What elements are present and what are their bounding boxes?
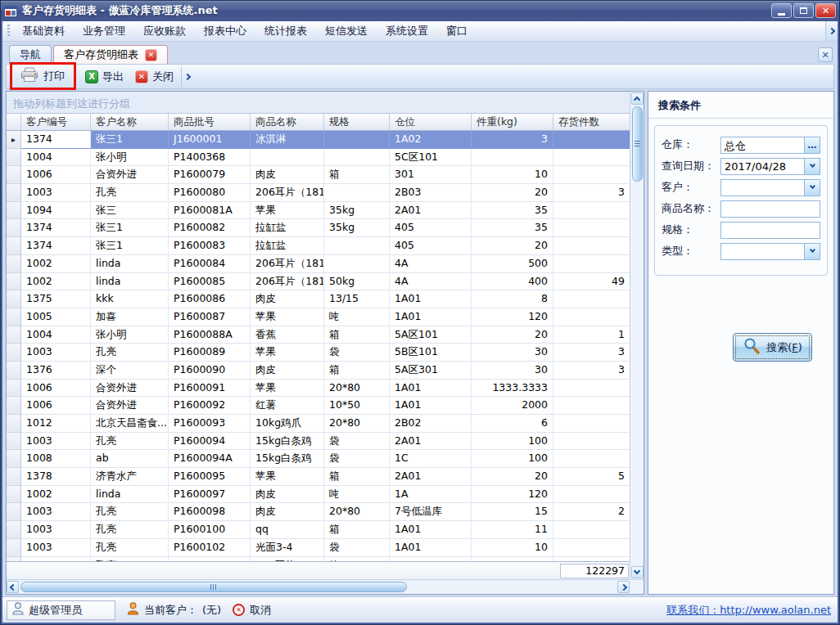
table-cell [553,290,630,308]
export-button[interactable]: X 导出 [79,68,129,86]
vertical-scrollbar[interactable] [630,92,644,579]
query-date-field[interactable]: 2017/04/28 [720,158,820,175]
horizontal-scrollbar[interactable] [7,580,630,594]
close-x-icon: ✕ [135,70,148,83]
table-row[interactable]: 1003孔亮P160009415kg白条鸡袋2A01100 [7,433,630,451]
table-row[interactable]: 1374张三1P1600082拉缸盐35kg40535 [7,219,630,237]
table-cell [553,433,630,451]
table-cell: 1005 [21,308,91,326]
table-row[interactable]: 1375kkkP1600086肉皮13/151A018 [7,290,630,308]
table-row[interactable]: 1378济青水产P1600095苹果箱2A01205 [7,468,630,486]
table-row[interactable]: 1005加喜P1600087苹果吨1A01120 [7,308,630,326]
table-row[interactable]: 1006合资外进P1600079肉皮箱30110 [7,166,630,184]
maximize-button[interactable] [793,3,814,18]
column-header-1[interactable]: 客户名称 [91,114,169,130]
table-cell: 合资外进 [91,166,169,184]
close-report-button[interactable]: ✕ 关闭 [129,68,179,86]
column-header-2[interactable]: 商品批号 [169,114,251,130]
column-header-7[interactable]: 存货件数 [553,114,630,130]
tab-close-icon[interactable]: ✕ [145,49,157,61]
table-cell: 1002 [21,273,91,291]
table-cell: 1A01 [390,308,472,326]
table-cell: 肉皮 [251,362,324,380]
table-row[interactable]: ▸1374张三1J1600001冰淇淋1A023 [7,131,630,149]
table-row[interactable]: 1374张三1P1600083拉缸盐40520 [7,237,630,255]
row-indicator [7,273,21,291]
user-name: 超级管理员 [29,603,82,618]
search-button[interactable]: 搜索(F) [733,333,812,362]
table-row[interactable]: 1376深个P1600090肉皮箱5A区301303 [7,362,630,380]
dropdown-button[interactable] [804,244,820,259]
cancel-label[interactable]: 取消 [250,603,271,618]
table-row[interactable]: 1003孔亮P1600102光面3-4袋1A0110 [7,539,630,557]
menu-overflow-button[interactable] [825,21,838,41]
menu-item-7[interactable]: 窗口 [437,21,476,41]
menu-item-5[interactable]: 短信发送 [316,21,377,41]
menu-item-6[interactable]: 系统设置 [377,21,437,41]
table-row[interactable]: 1003孔亮P1600100qq箱1A0111 [7,521,630,539]
column-header-5[interactable]: 仓位 [390,114,472,130]
table-row[interactable]: 1006合资外进P1600092红薯10*501A012000 [7,397,630,415]
scroll-left-button[interactable] [7,581,19,593]
customer-field[interactable] [720,179,820,196]
export-label: 导出 [102,70,124,84]
spec-field[interactable] [720,222,820,239]
column-header-3[interactable]: 商品名称 [251,114,324,130]
table-cell: P1600097 [169,486,251,504]
close-button[interactable]: ✕ [815,3,836,18]
scroll-down-button[interactable] [631,566,644,578]
scroll-up-button[interactable] [631,92,644,105]
horizontal-scrollbar-thumb[interactable] [20,582,407,592]
maximize-icon [800,7,807,14]
toolbar-overflow-button[interactable] [181,67,192,87]
menu-item-3[interactable]: 报表中心 [195,21,255,41]
row-indicator [7,362,21,380]
minimize-button[interactable] [771,3,792,18]
ellipsis-button[interactable]: … [804,137,820,153]
warehouse-field[interactable]: 总仓… [720,137,820,154]
menu-item-0[interactable]: 基础资料 [13,21,74,41]
contact-link[interactable]: 联系我们：http://www.aolan.net [666,603,831,618]
table-row[interactable]: 1094张三P1600081A苹果35kg2A0135 [7,202,630,220]
cancel-icon[interactable]: ✕ [233,604,245,616]
table-cell: 6 [472,415,553,433]
tabstrip-close-button[interactable]: ✕ [818,47,833,62]
table-cell: 10kg鸡爪 [251,415,324,433]
table-row[interactable]: 1003孔亮P1600080206耳片（181...2B03203 [7,184,630,202]
table-cell: 张小明 [91,149,169,167]
menu-item-4[interactable]: 统计报表 [255,21,316,41]
column-header-0[interactable]: 客户编号 [21,114,91,130]
dropdown-button[interactable] [804,180,820,196]
column-header-4[interactable]: 规格 [324,114,390,130]
table-row[interactable]: 1003孔亮P1600089苹果袋5B区101303 [7,344,630,362]
scroll-right-button[interactable] [617,581,630,593]
menu-item-1[interactable]: 业务管理 [74,21,134,41]
table-row[interactable]: 1002lindaP1600097肉皮吨1A120 [7,486,630,504]
table-row[interactable]: 1012北京天昌斋食...P160009310kg鸡爪20*802B026 [7,415,630,433]
type-field[interactable] [720,243,820,260]
field-label-customer: 客户： [662,180,720,195]
table-cell: 红薯 [251,397,324,415]
table-row[interactable]: 1004张小明P14003685C区101 [7,149,630,167]
table-row[interactable]: 1002lindaP1600084206耳片（181...4A500 [7,255,630,273]
menu-item-2[interactable]: 应收账款 [134,21,195,41]
table-row[interactable]: 1002lindaP1600085206耳片（181...50kg4A40049 [7,273,630,291]
row-indicator [7,415,21,433]
table-cell: 1012 [21,415,91,433]
row-indicator [7,468,21,486]
column-header-6[interactable]: 件重(kg) [472,114,553,130]
table-cell: P1600094A [169,450,251,468]
print-button[interactable]: 打印 [14,65,70,87]
table-row[interactable]: 1008abP1600094A15kg白条鸡袋1C100 [7,450,630,468]
table-row[interactable]: 1006合资外进P1600091苹果20*801A011333.3333 [7,380,630,398]
table-cell: 袋 [324,450,390,468]
table-cell: P1600083 [169,237,251,255]
product-name-field[interactable] [720,200,820,218]
table-cell: 光面3-4 [251,539,324,557]
table-row[interactable]: 1004张小明P1600088A香蕉箱5A区101201 [7,326,630,344]
vertical-scrollbar-thumb[interactable] [632,106,643,182]
table-cell: 张小明 [91,326,169,344]
dropdown-button[interactable] [804,159,820,174]
table-cell [553,166,630,184]
table-row[interactable]: 1003孔亮P1600098肉皮20*807号低温库152 [7,503,630,521]
